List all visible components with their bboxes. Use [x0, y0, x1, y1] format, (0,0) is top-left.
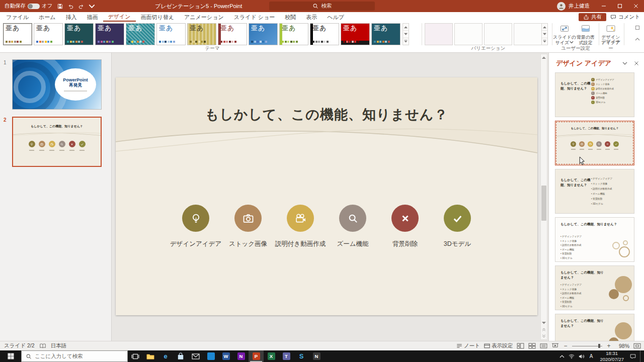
- variation-tile-2[interactable]: [454, 23, 482, 45]
- feature-magnifier[interactable]: ズーム機能: [328, 205, 378, 248]
- themes-more-icon[interactable]: [403, 38, 409, 45]
- fit-slide-to-window-button[interactable]: [633, 343, 641, 349]
- scroll-up-icon[interactable]: [542, 56, 546, 59]
- slide-thumbnail-2[interactable]: もしかして、この機能、知りません？: [12, 117, 102, 167]
- theme-tile-7[interactable]: 亜あ: [187, 23, 216, 45]
- save-icon[interactable]: [57, 3, 63, 10]
- feature-x[interactable]: 背景削除: [380, 205, 430, 248]
- theme-tile-1[interactable]: 亜あ: [3, 23, 32, 45]
- themes-scroll-down-icon[interactable]: [403, 31, 409, 38]
- slide-title[interactable]: もしかして、この機能、知りません？: [116, 106, 537, 124]
- reading-view-button[interactable]: [540, 343, 547, 349]
- share-button[interactable]: 共有: [579, 13, 606, 21]
- tab-ヘルプ[interactable]: ヘルプ: [322, 12, 349, 22]
- variation-tile-1[interactable]: [425, 23, 453, 45]
- theme-tile-10[interactable]: 亜あ: [279, 23, 308, 45]
- file-explorer-icon[interactable]: [143, 350, 158, 362]
- design-idea-6[interactable]: もしかして、この機能、知りません？: [555, 314, 634, 341]
- slide-sorter-view-button[interactable]: [528, 343, 536, 349]
- scroll-down-icon[interactable]: [542, 321, 546, 325]
- autosave-control[interactable]: 自動保存 オフ: [5, 3, 53, 10]
- show-desktop-button[interactable]: [640, 350, 642, 362]
- tab-挿入[interactable]: 挿入: [61, 12, 82, 22]
- theme-tile-12[interactable]: 亜あ: [341, 23, 370, 45]
- theme-tile-3[interactable]: 亜あ: [64, 23, 94, 45]
- minimize-button[interactable]: [596, 0, 612, 12]
- zoom-in-button[interactable]: +: [606, 343, 611, 349]
- tab-スライド ショー[interactable]: スライド ショー: [229, 12, 280, 22]
- tab-描画[interactable]: 描画: [82, 12, 103, 22]
- panel-menu-icon[interactable]: [622, 61, 627, 66]
- task-view-icon[interactable]: [128, 350, 143, 362]
- tab-校閲[interactable]: 校閲: [280, 12, 301, 22]
- notification-center-icon[interactable]: [630, 353, 636, 359]
- teams-icon[interactable]: T: [279, 350, 294, 362]
- tab-画面切り替え[interactable]: 画面切り替え: [136, 12, 180, 22]
- spellcheck-icon[interactable]: [40, 343, 46, 349]
- maximize-button[interactable]: [612, 0, 628, 12]
- close-button[interactable]: [628, 0, 644, 12]
- taskbar-clock[interactable]: 18:31 2020/07/27: [598, 350, 626, 362]
- zoom-out-button[interactable]: −: [563, 343, 568, 349]
- tray-chevron-icon[interactable]: [559, 354, 565, 359]
- design-idea-1[interactable]: もしかして、この機能、知りません？デザインアイデアストック画像説明付き動画作成ズ…: [555, 72, 634, 117]
- zoom-slider[interactable]: [572, 343, 602, 349]
- redo-icon[interactable]: [78, 3, 85, 10]
- feature-video-camera[interactable]: 説明付き動画作成: [276, 205, 326, 248]
- skype-icon[interactable]: S: [294, 350, 309, 362]
- start-button[interactable]: [0, 350, 21, 362]
- design-idea-5[interactable]: もしかして、この機能、知りません？• デザインアイデア• ストック画像• 説明付…: [555, 265, 634, 310]
- design-idea-3[interactable]: もしかして、この機能、知りません？• デザインアイデア• ストック画像• 説明付…: [555, 169, 634, 214]
- slide-thumbnail-1[interactable]: PowerPoint 再発見: [12, 59, 102, 110]
- theme-tile-2[interactable]: 亜あ: [34, 23, 63, 45]
- autosave-toggle[interactable]: [28, 4, 40, 9]
- user-avatar[interactable]: [557, 2, 566, 11]
- collapse-ribbon-icon[interactable]: [635, 37, 640, 42]
- onenote-icon[interactable]: N: [233, 350, 249, 362]
- display-settings-button[interactable]: 表示設定: [484, 342, 513, 349]
- panel-close-icon[interactable]: [634, 61, 639, 66]
- themes-scroll-up-icon[interactable]: [403, 24, 409, 31]
- quick-access-menu-icon[interactable]: [89, 3, 95, 10]
- powerpoint-icon[interactable]: P: [249, 350, 264, 362]
- taskbar-search-box[interactable]: ここに入力して検索: [21, 350, 128, 362]
- design-idea-2[interactable]: もしかして、この機能、知りません？: [555, 121, 634, 165]
- mail-icon[interactable]: [188, 350, 203, 362]
- titlebar-search-box[interactable]: 検索: [269, 2, 375, 11]
- slide-editor[interactable]: もしかして、この機能、知りません？ デザインアイデアストック画像説明付き動画作成…: [116, 77, 537, 315]
- theme-tile-9[interactable]: 亜あ: [249, 23, 278, 45]
- theme-tile-6[interactable]: 亜あ: [156, 23, 186, 45]
- variations-scroll-down-icon[interactable]: [542, 31, 547, 38]
- tab-ファイル[interactable]: ファイル: [1, 12, 34, 22]
- photos-icon[interactable]: [203, 350, 218, 362]
- feature-camera[interactable]: ストック画像: [223, 205, 273, 248]
- ribbon-options-icon[interactable]: [635, 25, 640, 30]
- tab-アニメーション[interactable]: アニメーション: [179, 12, 229, 22]
- feature-check[interactable]: 3Dモデル: [433, 205, 482, 248]
- theme-tile-11[interactable]: 亜あ: [310, 23, 339, 45]
- feature-lightbulb[interactable]: デザインアイデア: [171, 205, 221, 248]
- undo-icon[interactable]: [67, 3, 74, 10]
- network-icon[interactable]: [569, 353, 575, 359]
- ime-indicator[interactable]: A: [589, 353, 594, 359]
- vertical-scrollbar[interactable]: [540, 54, 547, 340]
- theme-tile-4[interactable]: 亜あ: [95, 23, 124, 45]
- language-indicator[interactable]: 日本語: [51, 342, 67, 349]
- slideshow-button[interactable]: [551, 343, 559, 349]
- variations-more-icon[interactable]: [542, 38, 547, 45]
- volume-icon[interactable]: [579, 353, 585, 359]
- theme-tile-13[interactable]: 亜あ: [371, 23, 400, 45]
- edge-icon[interactable]: e: [158, 350, 173, 362]
- store-icon[interactable]: [173, 350, 188, 362]
- variation-tile-3[interactable]: [484, 23, 512, 45]
- tab-表示[interactable]: 表示: [301, 12, 322, 22]
- normal-view-button[interactable]: [517, 343, 524, 349]
- next-slide-icon[interactable]: [542, 334, 546, 338]
- variations-scroll-up-icon[interactable]: [542, 24, 547, 31]
- zoom-slider-thumb[interactable]: [598, 344, 600, 348]
- zoom-level[interactable]: 98%: [615, 343, 629, 349]
- excel-icon[interactable]: X: [264, 350, 279, 362]
- theme-tile-8[interactable]: 亜あ: [218, 23, 247, 45]
- previous-slide-icon[interactable]: [542, 328, 546, 331]
- onenote-alt-icon[interactable]: N: [309, 350, 324, 362]
